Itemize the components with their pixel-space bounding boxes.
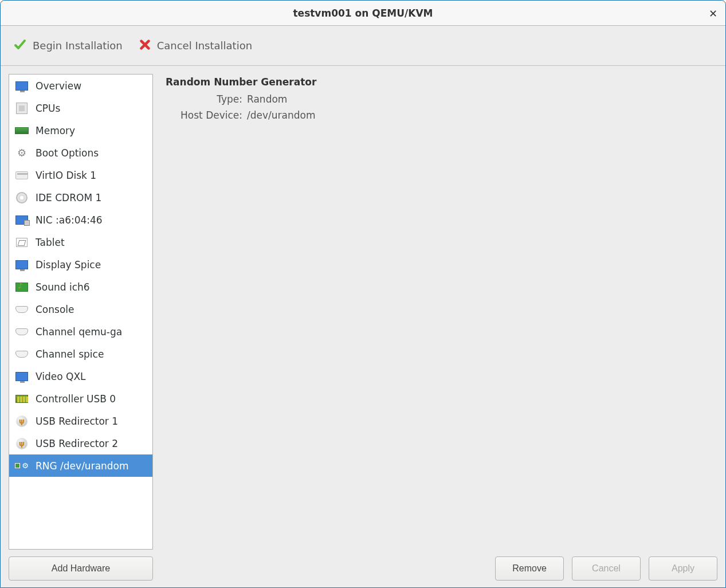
sidebar-item[interactable]: VirtIO Disk 1 bbox=[9, 164, 152, 186]
gears-icon: ⚙ bbox=[14, 146, 30, 160]
sidebar-item[interactable]: Display Spice bbox=[9, 253, 152, 276]
port-icon bbox=[14, 303, 30, 316]
remove-button[interactable]: Remove bbox=[495, 556, 564, 581]
close-icon[interactable]: ✕ bbox=[709, 7, 717, 19]
disk-icon bbox=[14, 168, 30, 182]
usb-icon bbox=[14, 437, 30, 450]
sidebar-column: OverviewCPUsMemory⚙Boot OptionsVirtIO Di… bbox=[9, 74, 153, 581]
sidebar-item[interactable]: Tablet bbox=[9, 231, 152, 253]
sidebar-item[interactable]: CPUs bbox=[9, 97, 152, 119]
sidebar-item[interactable]: ⚙RNG /dev/urandom bbox=[9, 454, 152, 477]
sidebar-item-label: USB Redirector 1 bbox=[36, 415, 118, 427]
sidebar-item[interactable]: USB Redirector 2 bbox=[9, 432, 152, 454]
monitor-icon bbox=[14, 370, 30, 383]
detail-field-value: Random bbox=[247, 93, 287, 105]
sidebar-item[interactable]: Channel spice bbox=[9, 343, 152, 365]
detail-title: Random Number Generator bbox=[166, 76, 713, 88]
sidebar-item-label: Console bbox=[36, 304, 74, 315]
sound-icon bbox=[14, 280, 30, 294]
sidebar-item-label: CPUs bbox=[36, 103, 60, 114]
sidebar-item[interactable]: NIC :a6:04:46 bbox=[9, 209, 152, 231]
sidebar-item-label: Overview bbox=[36, 80, 81, 92]
sidebar-item[interactable]: Channel qemu-ga bbox=[9, 320, 152, 343]
x-icon bbox=[139, 38, 151, 53]
vm-config-window: testvm001 on QEMU/KVM ✕ Begin Installati… bbox=[0, 0, 726, 588]
sidebar-item-label: Channel qemu-ga bbox=[36, 326, 122, 338]
monitor-icon bbox=[14, 258, 30, 272]
sidebar-item[interactable]: Console bbox=[9, 298, 152, 320]
cancel-installation-button[interactable]: Cancel Installation bbox=[139, 38, 252, 53]
sidebar-item[interactable]: Video QXL bbox=[9, 365, 152, 387]
cancel-button[interactable]: Cancel bbox=[572, 556, 641, 581]
sidebar-item-label: NIC :a6:04:46 bbox=[36, 214, 103, 226]
sidebar-item[interactable]: IDE CDROM 1 bbox=[9, 186, 152, 209]
sidebar-item[interactable]: USB Redirector 1 bbox=[9, 410, 152, 432]
cancel-installation-label: Cancel Installation bbox=[157, 40, 252, 52]
titlebar: testvm001 on QEMU/KVM ✕ bbox=[1, 1, 725, 26]
sidebar-item-label: Display Spice bbox=[36, 259, 101, 271]
sidebar-item-label: Memory bbox=[36, 125, 75, 136]
tablet-icon bbox=[14, 236, 30, 249]
sidebar-item-label: IDE CDROM 1 bbox=[36, 192, 101, 203]
window-title: testvm001 on QEMU/KVM bbox=[293, 7, 433, 19]
sidebar-item-label: Channel spice bbox=[36, 348, 104, 360]
sidebar-item[interactable]: Controller USB 0 bbox=[9, 387, 152, 410]
port-icon bbox=[14, 347, 30, 361]
begin-installation-label: Begin Installation bbox=[33, 40, 123, 52]
sidebar-item[interactable]: Overview bbox=[9, 75, 152, 97]
sidebar-item-label: RNG /dev/urandom bbox=[36, 460, 129, 472]
detail-footer: Remove Cancel Apply bbox=[161, 551, 717, 581]
sidebar-item-label: Boot Options bbox=[36, 147, 99, 159]
nic-icon bbox=[14, 213, 30, 227]
sidebar-item-label: Controller USB 0 bbox=[36, 393, 116, 405]
cd-icon bbox=[14, 191, 30, 205]
add-hardware-button[interactable]: Add Hardware bbox=[9, 556, 153, 581]
detail-body: Random Number Generator Type:RandomHost … bbox=[161, 74, 717, 551]
monitor-icon bbox=[14, 79, 30, 93]
apply-button[interactable]: Apply bbox=[649, 556, 717, 581]
detail-field-row: Type:Random bbox=[166, 93, 713, 105]
sidebar-item-label: Tablet bbox=[36, 237, 65, 248]
begin-installation-button[interactable]: Begin Installation bbox=[13, 38, 123, 54]
usb-icon bbox=[14, 414, 30, 428]
sidebar-item-label: USB Redirector 2 bbox=[36, 438, 118, 449]
content-area: OverviewCPUsMemory⚙Boot OptionsVirtIO Di… bbox=[1, 66, 725, 587]
detail-panel: Random Number Generator Type:RandomHost … bbox=[161, 74, 717, 581]
sidebar-item-label: Video QXL bbox=[36, 371, 86, 382]
usb-bar-icon bbox=[14, 392, 30, 406]
detail-field-row: Host Device:/dev/urandom bbox=[166, 109, 713, 121]
mem-icon bbox=[14, 124, 30, 138]
check-icon bbox=[13, 38, 27, 54]
detail-field-key: Host Device: bbox=[166, 109, 247, 121]
hardware-list[interactable]: OverviewCPUsMemory⚙Boot OptionsVirtIO Di… bbox=[9, 74, 153, 550]
sidebar-item-label: Sound ich6 bbox=[36, 281, 90, 293]
sidebar-item-label: VirtIO Disk 1 bbox=[36, 170, 96, 181]
sidebar-item[interactable]: Sound ich6 bbox=[9, 276, 152, 298]
toolbar: Begin Installation Cancel Installation bbox=[1, 26, 725, 66]
port-icon bbox=[14, 325, 30, 339]
rng-icon: ⚙ bbox=[14, 459, 30, 473]
sidebar-item[interactable]: Memory bbox=[9, 119, 152, 142]
sidebar-item[interactable]: ⚙Boot Options bbox=[9, 142, 152, 164]
detail-field-value: /dev/urandom bbox=[247, 109, 315, 121]
detail-field-key: Type: bbox=[166, 93, 247, 105]
cpu-icon bbox=[14, 101, 30, 115]
